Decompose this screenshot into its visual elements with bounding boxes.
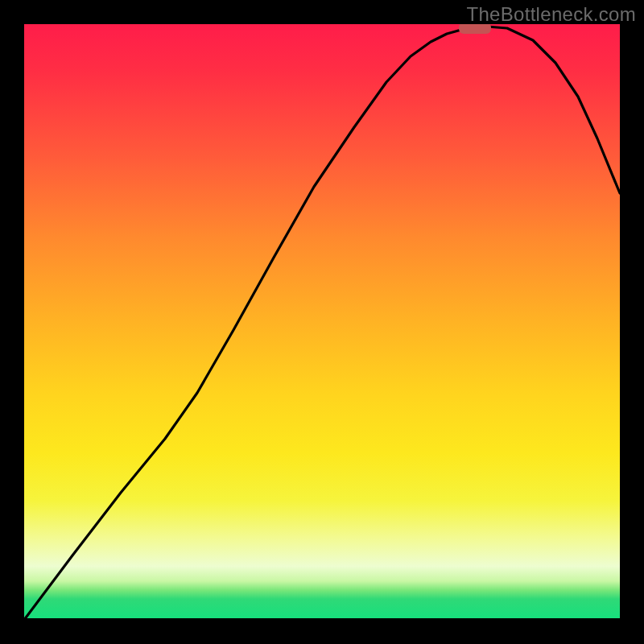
bottleneck-curve-path — [24, 27, 620, 620]
watermark-text: TheBottleneck.com — [466, 3, 636, 26]
chart-svg — [24, 24, 620, 620]
plot-area — [24, 24, 620, 620]
chart-frame: TheBottleneck.com — [0, 0, 644, 644]
